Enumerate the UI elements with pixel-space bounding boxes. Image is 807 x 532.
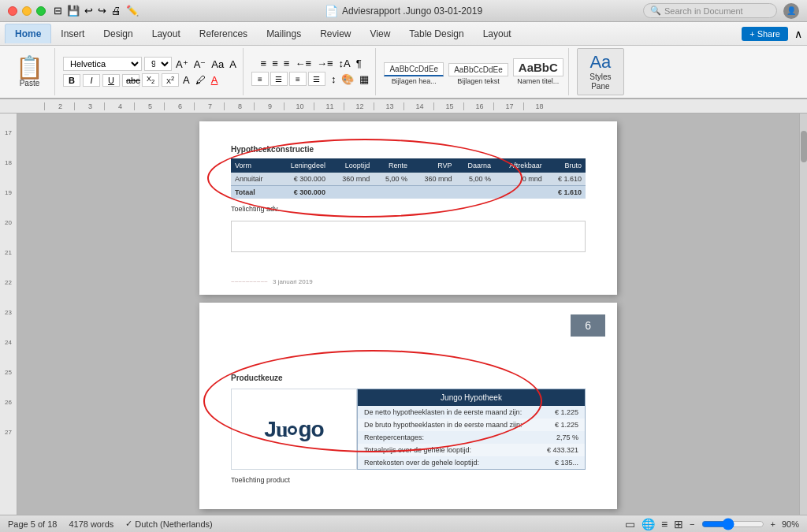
share-button[interactable]: + Share <box>742 27 788 41</box>
sort-icon[interactable]: ↕A <box>337 58 352 69</box>
subscript-button[interactable]: X2 <box>142 73 159 87</box>
zoom-in-icon[interactable]: + <box>771 519 775 529</box>
search-box[interactable]: 🔍 Search in Document <box>643 3 777 18</box>
font-color2-icon[interactable]: A <box>210 74 220 86</box>
page-footer: ~~~~~~~~~~ 3 januari 2019 <box>231 278 313 285</box>
product-row-value: € 135... <box>538 456 585 469</box>
col-leningdeel: Leningdeel <box>276 158 329 173</box>
shading-icon[interactable]: 🎨 <box>340 73 355 85</box>
font-name-select[interactable]: Helvetica <box>63 57 142 71</box>
tab-layout2[interactable]: Layout <box>474 24 521 43</box>
bullets-icon[interactable]: ≡ <box>259 58 269 69</box>
table-footer-row: Totaal € 300.000 € 1.610 <box>231 186 586 199</box>
spell-check-icon[interactable]: ✓ <box>125 519 132 529</box>
footer-leningdeel: € 300.000 <box>276 186 329 199</box>
increase-font-icon[interactable]: A⁺ <box>174 58 190 70</box>
ruler-mark: 9 <box>254 102 284 110</box>
borders-icon[interactable]: ▦ <box>358 73 370 85</box>
multilevel-icon[interactable]: ≡ <box>282 58 292 69</box>
product-row-label: Rentepercentages: <box>358 431 538 444</box>
share-area: + Share ∧ <box>742 27 802 41</box>
align-right-button[interactable]: ≡ <box>289 72 307 86</box>
product-row-value: € 1.225 <box>538 419 585 431</box>
close-button[interactable] <box>8 6 17 16</box>
text-effects-icon[interactable]: A <box>228 58 238 70</box>
hypotheek-table: Vorm Leningdeel Looptijd Rente RVP Daarn… <box>231 158 586 199</box>
product-row-label: Rentekosten over de gehele looptijd: <box>358 456 538 469</box>
zoom-out-icon[interactable]: − <box>690 519 694 529</box>
col-rvp: RVP <box>411 158 456 173</box>
decrease-font-icon[interactable]: A⁻ <box>192 58 208 70</box>
redo-icon[interactable]: ↪ <box>98 5 106 17</box>
tab-mailings[interactable]: Mailings <box>257 24 311 43</box>
view-web-icon[interactable]: 🌐 <box>642 518 655 530</box>
ruler-mark: 8 <box>224 102 254 110</box>
v-ruler-mark: 25 <box>5 357 12 387</box>
cell-looptijd: 360 mnd <box>329 173 374 186</box>
style-bijlagen-heading[interactable]: AaBbCcDdEe Bijlagen hea... <box>384 62 444 85</box>
tab-view[interactable]: View <box>361 24 400 43</box>
quick-access-icon[interactable]: ⊟ <box>54 5 62 17</box>
view-outline-icon[interactable]: ≡ <box>661 518 668 530</box>
align-justify-button[interactable]: ☰ <box>308 72 325 86</box>
title-bar: ⊟ 💾 ↩ ↪ 🖨 ✏️ 📄 Adviesrapport .Jungo 03-0… <box>0 0 807 22</box>
save-icon[interactable]: 💾 <box>67 5 80 17</box>
strikethrough-button[interactable]: abc <box>122 74 139 87</box>
paste-icon: 📋 <box>16 57 43 79</box>
user-avatar[interactable]: 👤 <box>783 3 799 19</box>
tab-layout[interactable]: Layout <box>143 24 190 43</box>
undo-icon[interactable]: ↩ <box>84 5 93 17</box>
tab-design[interactable]: Design <box>94 24 142 43</box>
ribbon-group-styles: AaBbCcDdEe Bijlagen hea... AaBbCcDdEe Bi… <box>379 48 568 95</box>
table-row: Rentekosten over de gehele looptijd: € 1… <box>358 456 585 469</box>
table-row: Rentepercentages: 2,75 % <box>358 431 585 444</box>
ruler-mark: 13 <box>374 102 404 110</box>
font-size-select[interactable]: 9 <box>144 57 172 71</box>
zoom-slider[interactable] <box>701 518 764 530</box>
ribbon-collapse-icon[interactable]: ∧ <box>794 28 802 40</box>
v-ruler-mark: 17 <box>5 117 12 147</box>
scrollbar[interactable] <box>799 113 807 515</box>
underline-button[interactable]: U <box>102 74 120 87</box>
italic-button[interactable]: I <box>83 74 100 87</box>
ribbon-content: 📋 Paste Helvetica 9 A⁺ A⁻ Aa A B I U <box>0 46 807 99</box>
change-case-icon[interactable]: Aa <box>210 58 225 70</box>
tab-references[interactable]: References <box>190 24 257 43</box>
customize-icon[interactable]: ✏️ <box>126 5 139 17</box>
print-icon[interactable]: 🖨 <box>111 5 121 17</box>
tab-tabledesign[interactable]: Table Design <box>400 24 473 43</box>
numbering-icon[interactable]: ≡ <box>270 58 280 69</box>
align-left-button[interactable]: ≡ <box>251 72 269 86</box>
ruler-mark: 6 <box>164 102 194 110</box>
styles-pane-label: StylesPane <box>589 73 611 91</box>
v-ruler-mark: 20 <box>5 207 12 237</box>
superscript-button[interactable]: X2 <box>162 73 179 87</box>
maximize-button[interactable] <box>36 6 46 16</box>
scroll-thumb[interactable] <box>801 131 807 162</box>
show-hide-icon[interactable]: ¶ <box>355 58 363 69</box>
font-color-icon[interactable]: A <box>181 74 192 86</box>
line-spacing-icon[interactable]: ↕ <box>329 73 338 85</box>
bold-button[interactable]: B <box>63 74 80 87</box>
style-namen-titel[interactable]: AaBbC Namen titel... <box>513 58 563 85</box>
tab-insert[interactable]: Insert <box>51 24 94 43</box>
decrease-indent-icon[interactable]: ←≡ <box>293 58 313 69</box>
highlight-icon[interactable]: 🖊 <box>194 74 207 86</box>
styles-pane-button[interactable]: Aa StylesPane <box>577 48 624 95</box>
tab-review[interactable]: Review <box>311 24 360 43</box>
styles-pane-icon: Aa <box>589 52 611 73</box>
view-focus-icon[interactable]: ⊞ <box>674 518 683 530</box>
style-bijlagen-text[interactable]: AaBbCcDdEe Bijlagen tekst <box>448 63 508 85</box>
paste-button[interactable]: 📋 Paste <box>9 55 50 89</box>
cell-bruto: € 1.610 <box>546 173 586 186</box>
increase-indent-icon[interactable]: →≡ <box>315 58 335 69</box>
page-number-badge: 6 <box>571 314 605 337</box>
productkeuze-title: Productkeuze <box>231 374 586 382</box>
product-row-label: De bruto hypotheeklasten in de eerste ma… <box>358 419 538 431</box>
toelichting-input[interactable] <box>231 221 586 252</box>
view-print-icon[interactable]: ▭ <box>625 518 635 530</box>
tab-home[interactable]: Home <box>5 24 51 43</box>
align-center-button[interactable]: ☰ <box>270 72 288 86</box>
language-label: Dutch (Netherlands) <box>135 519 212 529</box>
minimize-button[interactable] <box>22 6 32 16</box>
